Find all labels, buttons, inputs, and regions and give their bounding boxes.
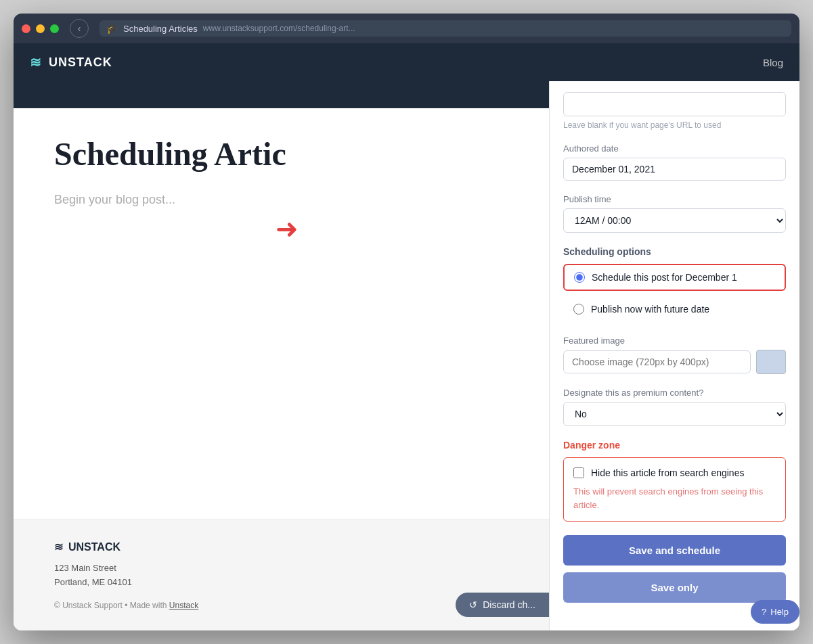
- sidebar-panel: Leave blank if you want page's URL to us…: [549, 81, 799, 630]
- publish-time-section: Publish time 12AM / 00:00 1AM / 01:00 6A…: [563, 194, 786, 233]
- scheduling-options-section: Scheduling options Schedule this post fo…: [563, 246, 786, 322]
- tab-bar: 🎓 Scheduling Articles www.unstacksupport…: [100, 20, 791, 37]
- footer-copyright: © Unstack Support • Made with Unstack: [54, 601, 508, 610]
- schedule-option[interactable]: Schedule this post for December 1: [563, 264, 786, 291]
- url-input[interactable]: [563, 92, 786, 116]
- tab-title: Scheduling Articles: [123, 24, 198, 34]
- footer-logo-icon: ≋: [54, 540, 63, 553]
- logo-icon: ≋: [30, 54, 42, 70]
- discard-icon: ↺: [469, 599, 477, 610]
- nav-blog[interactable]: Blog: [763, 57, 783, 68]
- hide-article-hint: This will prevent search engines from se…: [573, 485, 776, 511]
- publish-now-radio[interactable]: [573, 304, 584, 315]
- danger-zone-label: Danger zone: [563, 440, 786, 451]
- danger-zone-section: Danger zone Hide this article from searc…: [563, 440, 786, 522]
- app-window: ‹ 🎓 Scheduling Articles www.unstacksuppo…: [14, 14, 799, 630]
- help-label: Help: [770, 607, 789, 617]
- close-button[interactable]: [22, 24, 30, 33]
- publish-now-label: Publish now with future date: [591, 304, 709, 315]
- premium-section: Designate this as premium content? No Ye…: [563, 388, 786, 426]
- save-schedule-button[interactable]: Save and schedule: [563, 535, 786, 566]
- schedule-radio[interactable]: [574, 272, 585, 283]
- app-header: ≋ UNSTACK Blog: [14, 43, 799, 81]
- footer-logo: ≋ UNSTACK: [54, 540, 508, 553]
- hide-article-label: Hide this article from search engines: [591, 467, 744, 478]
- footer-copyright-link[interactable]: Unstack: [169, 601, 198, 610]
- url-hint: Leave blank if you want page's URL to us…: [563, 120, 786, 130]
- help-icon: ?: [762, 607, 766, 617]
- logo: ≋ UNSTACK: [30, 54, 112, 70]
- scheduling-options-label: Scheduling options: [563, 246, 786, 257]
- authored-date-section: Authored date: [563, 143, 786, 181]
- back-button[interactable]: ‹: [70, 19, 89, 38]
- discard-button[interactable]: ↺ Discard ch...: [456, 593, 549, 617]
- help-button[interactable]: ? Help: [751, 600, 799, 624]
- discard-label: Discard ch...: [483, 599, 535, 610]
- blog-preview: Scheduling Artic Begin your blog post...…: [14, 81, 549, 630]
- publish-now-option[interactable]: Publish now with future date: [563, 296, 786, 322]
- main-area: Scheduling Artic Begin your blog post...…: [14, 81, 799, 630]
- blog-content: Scheduling Artic Begin your blog post...: [14, 108, 549, 520]
- blog-title: Scheduling Artic: [54, 135, 508, 172]
- image-preview[interactable]: [756, 350, 786, 374]
- authored-date-input[interactable]: [563, 158, 786, 181]
- footer-address: 123 Main Street Portland, ME 04101: [54, 561, 508, 590]
- tab-icon: 🎓: [106, 23, 118, 34]
- danger-box: Hide this article from search engines Th…: [563, 457, 786, 522]
- featured-image-row: [563, 350, 786, 374]
- footer-address-line2: Portland, ME 04101: [54, 576, 508, 590]
- publish-time-select[interactable]: 12AM / 00:00 1AM / 01:00 6AM / 06:00 12P…: [563, 208, 786, 233]
- traffic-lights: [22, 24, 59, 33]
- panel-content: Leave blank if you want page's URL to us…: [550, 81, 799, 630]
- titlebar: ‹ 🎓 Scheduling Articles www.unstacksuppo…: [14, 14, 799, 43]
- premium-select[interactable]: No Yes: [563, 402, 786, 426]
- logo-text: UNSTACK: [49, 55, 112, 70]
- maximize-button[interactable]: [50, 24, 59, 33]
- featured-image-section: Featured image: [563, 336, 786, 374]
- blog-header-strip: [14, 81, 549, 108]
- featured-image-label: Featured image: [563, 336, 786, 346]
- minimize-button[interactable]: [36, 24, 45, 33]
- hide-article-checkbox[interactable]: [573, 467, 584, 478]
- blog-placeholder[interactable]: Begin your blog post...: [54, 193, 508, 207]
- schedule-option-label: Schedule this post for December 1: [592, 272, 737, 283]
- hide-article-row: Hide this article from search engines: [573, 467, 776, 478]
- footer-address-line1: 123 Main Street: [54, 561, 508, 576]
- footer-logo-text: UNSTACK: [68, 541, 120, 553]
- red-arrow: ➜: [276, 213, 299, 244]
- tab-url: www.unstacksupport.com/scheduling-art...: [203, 24, 355, 33]
- save-only-button[interactable]: Save only: [563, 572, 786, 603]
- featured-image-input[interactable]: [563, 350, 751, 373]
- authored-date-label: Authored date: [563, 143, 786, 154]
- url-section: Leave blank if you want page's URL to us…: [563, 92, 786, 130]
- publish-time-label: Publish time: [563, 194, 786, 204]
- premium-label: Designate this as premium content?: [563, 388, 786, 398]
